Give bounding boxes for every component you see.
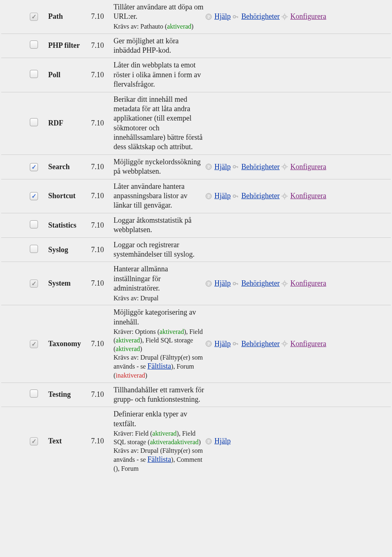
dep-status: aktiverad bbox=[116, 345, 140, 352]
svg-rect-8 bbox=[284, 19, 285, 20]
module-name: Testing bbox=[48, 390, 91, 399]
gear-icon bbox=[281, 340, 288, 347]
enable-checkbox[interactable] bbox=[30, 70, 38, 78]
help-link[interactable]: Hjälp bbox=[214, 340, 231, 348]
configure-link[interactable]: Konfigurera bbox=[290, 192, 326, 200]
module-version: 7.10 bbox=[91, 12, 114, 21]
permissions-link[interactable]: Behörigheter bbox=[241, 279, 280, 288]
enable-checkbox bbox=[30, 280, 38, 288]
enable-checkbox[interactable] bbox=[30, 389, 38, 398]
module-description: Tillåter användare att döpa om URL:er. bbox=[114, 2, 205, 22]
enable-checkbox[interactable] bbox=[30, 163, 38, 171]
svg-rect-20 bbox=[281, 166, 283, 167]
module-description: Låter din webbplats ta emot röster i oli… bbox=[114, 60, 205, 89]
gear-icon bbox=[281, 193, 288, 199]
svg-rect-32 bbox=[287, 196, 288, 197]
configure-link[interactable]: Konfigurera bbox=[290, 12, 326, 21]
module-description: Tillhandahåller ett ramverk för grupp- o… bbox=[114, 385, 205, 405]
module-version: 7.10 bbox=[91, 340, 114, 348]
module-name: Search bbox=[48, 163, 91, 171]
dep-text: ) bbox=[140, 345, 142, 352]
svg-rect-48 bbox=[237, 343, 238, 345]
svg-rect-7 bbox=[284, 13, 285, 15]
svg-text:?: ? bbox=[207, 281, 210, 286]
svg-rect-26 bbox=[237, 196, 238, 197]
module-name: RDF bbox=[48, 119, 91, 128]
enable-checkbox[interactable] bbox=[30, 40, 38, 49]
svg-point-39 bbox=[284, 283, 285, 284]
dep-text: Krävs av: Drupal bbox=[114, 294, 205, 303]
module-description: Låter användare hantera anpassningsbara … bbox=[114, 182, 205, 210]
svg-rect-19 bbox=[284, 169, 285, 170]
dep-status: aktiverad bbox=[167, 23, 192, 30]
enable-checkbox[interactable] bbox=[30, 192, 38, 200]
dep-status: aktiverad bbox=[174, 438, 199, 445]
help-link[interactable]: Hjälp bbox=[214, 437, 231, 445]
module-version: 7.10 bbox=[91, 119, 114, 128]
help-icon: ? bbox=[205, 340, 212, 347]
svg-rect-4 bbox=[237, 16, 238, 18]
svg-point-6 bbox=[284, 16, 285, 18]
configure-link[interactable]: Konfigurera bbox=[290, 340, 326, 348]
key-icon bbox=[232, 193, 239, 199]
svg-rect-21 bbox=[287, 166, 288, 167]
module-operations: ?Hjälp bbox=[205, 437, 392, 445]
svg-rect-9 bbox=[281, 16, 283, 17]
module-version: 7.10 bbox=[91, 71, 114, 79]
permissions-link[interactable]: Behörigheter bbox=[241, 163, 280, 171]
module-operations: ?Hjälp Behörigheter Konfigurera bbox=[205, 192, 392, 200]
svg-point-50 bbox=[284, 343, 285, 344]
svg-text:?: ? bbox=[207, 164, 210, 169]
module-row: Path7.10Tillåter användare att döpa om U… bbox=[1, 0, 391, 34]
svg-rect-30 bbox=[284, 198, 285, 199]
module-description: Möjliggör kategorisering av innehåll. bbox=[114, 308, 205, 327]
svg-rect-41 bbox=[284, 286, 285, 287]
svg-rect-42 bbox=[281, 283, 283, 284]
module-operations: ?Hjälp Behörigheter Konfigurera bbox=[205, 12, 392, 21]
key-icon bbox=[232, 340, 239, 347]
module-description: Loggar åtkomststatistik på webbplatsen. bbox=[114, 216, 205, 235]
configure-link[interactable]: Konfigurera bbox=[290, 163, 326, 171]
enable-checkbox[interactable] bbox=[30, 118, 38, 126]
module-version: 7.10 bbox=[91, 41, 114, 50]
help-link[interactable]: Hjälp bbox=[214, 192, 231, 200]
module-version: 7.10 bbox=[91, 246, 114, 254]
svg-rect-54 bbox=[287, 343, 288, 344]
enable-checkbox bbox=[30, 340, 38, 348]
svg-rect-31 bbox=[281, 196, 283, 197]
help-link[interactable]: Hjälp bbox=[214, 12, 231, 21]
module-operations: ?Hjälp Behörigheter Konfigurera bbox=[205, 163, 392, 171]
help-link[interactable]: Hjälp bbox=[214, 163, 231, 171]
fieldlist-link[interactable]: Fältlista bbox=[147, 362, 171, 370]
configure-link[interactable]: Konfigurera bbox=[290, 279, 326, 288]
svg-rect-53 bbox=[281, 343, 283, 344]
key-icon bbox=[232, 280, 239, 287]
permissions-link[interactable]: Behörigheter bbox=[241, 192, 280, 200]
module-description: Berikar ditt innehåll med metadata för a… bbox=[114, 95, 205, 152]
dep-text: ) bbox=[198, 438, 200, 445]
help-icon: ? bbox=[205, 193, 212, 199]
permissions-link[interactable]: Behörigheter bbox=[241, 12, 280, 21]
module-row: Poll7.10Låter din webbplats ta emot röst… bbox=[1, 58, 391, 92]
module-name: Poll bbox=[48, 71, 91, 79]
enable-checkbox bbox=[30, 437, 38, 445]
svg-rect-15 bbox=[237, 166, 238, 168]
enable-checkbox[interactable] bbox=[30, 245, 38, 253]
enable-checkbox bbox=[30, 13, 38, 21]
svg-rect-43 bbox=[287, 283, 288, 284]
svg-text:?: ? bbox=[207, 341, 210, 346]
module-operations: ?Hjälp Behörigheter Konfigurera bbox=[205, 279, 392, 288]
gear-icon bbox=[281, 13, 288, 20]
key-icon bbox=[232, 13, 239, 20]
gear-icon bbox=[281, 280, 288, 287]
module-description: Definierar enkla typer av textfält. bbox=[114, 409, 205, 429]
module-version: 7.10 bbox=[91, 390, 114, 399]
svg-point-28 bbox=[284, 195, 285, 197]
help-link[interactable]: Hjälp bbox=[214, 279, 231, 288]
permissions-link[interactable]: Behörigheter bbox=[241, 340, 280, 348]
svg-text:?: ? bbox=[207, 439, 210, 444]
dep-status: inaktiverad bbox=[116, 372, 145, 379]
enable-checkbox[interactable] bbox=[30, 220, 38, 228]
module-row: System7.10Hanterar allmänna inställninga… bbox=[1, 262, 391, 305]
fieldlist-link[interactable]: Fältlista bbox=[147, 455, 171, 463]
